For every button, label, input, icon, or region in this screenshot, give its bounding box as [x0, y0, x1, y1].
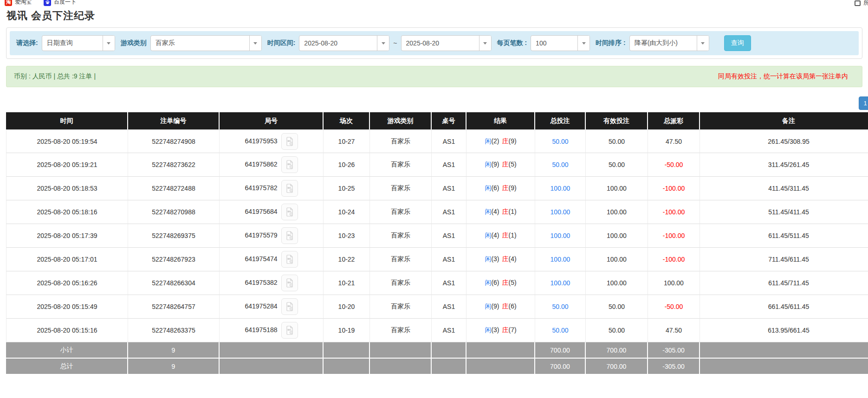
valid-bet: 100.00	[586, 248, 648, 271]
page-size-label: 每页笔数 :	[497, 39, 527, 47]
banker-score: (9)	[509, 184, 517, 192]
result-cell: 闲(6)庄(9)	[466, 177, 535, 200]
banker-label: 庄	[502, 231, 509, 239]
round-cell: 641975953	[220, 129, 324, 153]
bookmark-baidu[interactable]: 百度一下	[44, 0, 76, 6]
total-bet-link[interactable]: 100.00	[535, 248, 586, 271]
banker-label: 庄	[502, 279, 509, 286]
bet-time: 2025-08-20 05:15:49	[6, 295, 128, 319]
table-row: 2025-08-20 05:17:01 522748267923 6419754…	[6, 248, 868, 271]
banker-score: (9)	[509, 137, 517, 145]
all-bookmarks[interactable]: 所有	[855, 0, 868, 7]
valid-bet: 50.00	[586, 295, 648, 319]
total-bet-link[interactable]: 50.00	[535, 153, 586, 177]
banker-label: 庄	[502, 208, 509, 215]
total-bet-link[interactable]: 100.00	[535, 271, 586, 295]
video-icon[interactable]	[281, 156, 298, 173]
total-label: 总计	[6, 359, 128, 375]
search-button[interactable]: 查询	[724, 35, 751, 51]
valid-bet: 50.00	[586, 319, 648, 342]
result-cell: 闲(4)庄(1)	[466, 224, 535, 248]
video-icon[interactable]	[281, 275, 298, 291]
table-row: 2025-08-20 05:16:26 522748266304 6419753…	[6, 271, 868, 295]
note: 311.45/261.45	[700, 153, 868, 177]
total-bet-link[interactable]: 50.00	[535, 319, 586, 342]
player-label: 闲	[485, 208, 491, 215]
round-cell: 641975382	[220, 271, 324, 295]
player-label: 闲	[485, 326, 491, 334]
video-icon[interactable]	[281, 227, 298, 244]
video-icon[interactable]	[281, 251, 298, 268]
player-score: (9)	[491, 302, 499, 310]
total-bet-link[interactable]: 100.00	[535, 224, 586, 248]
payout: 100.00	[648, 271, 700, 295]
valid-bet: 100.00	[586, 177, 648, 200]
video-icon[interactable]	[281, 133, 298, 150]
subtotal-valid-bet: 700.00	[586, 342, 648, 359]
total-payout: -305.00	[648, 359, 700, 375]
table-id: AS1	[432, 271, 466, 295]
date-to-select[interactable]: 2025-08-20	[401, 35, 492, 51]
sort-select[interactable]: 降幂(由大到小)	[629, 35, 709, 51]
player-score: (3)	[491, 255, 499, 263]
payout: -100.00	[648, 224, 700, 248]
player-label: 闲	[485, 231, 491, 239]
query-type-label: 请选择:	[16, 39, 38, 47]
total-bet-link[interactable]: 50.00	[535, 295, 586, 319]
table-row: 2025-08-20 05:18:53 522748272488 6419757…	[6, 177, 868, 200]
page-1-button[interactable]: 1	[859, 96, 868, 110]
bet-number: 522748270988	[128, 200, 220, 224]
table-id: AS1	[432, 295, 466, 319]
table-id: AS1	[432, 248, 466, 271]
round-cell: 641975188	[220, 319, 324, 342]
table-row: 2025-08-20 05:15:16 522748263375 6419751…	[6, 319, 868, 342]
query-type-select[interactable]: 日期查询	[42, 35, 115, 51]
col-valid-bet: 有效投注	[586, 112, 648, 129]
player-score: (4)	[491, 208, 499, 215]
bet-time: 2025-08-20 05:19:54	[6, 129, 128, 153]
page-title: 视讯 会员下注纪录	[6, 9, 868, 23]
payout: 47.50	[648, 319, 700, 342]
payout: -100.00	[648, 200, 700, 224]
game-type: 百家乐	[370, 319, 432, 342]
game-type: 百家乐	[370, 224, 432, 248]
col-round-number: 局号	[220, 112, 324, 129]
total-count: 9	[128, 359, 220, 375]
video-icon[interactable]	[281, 298, 298, 315]
game-type: 百家乐	[370, 248, 432, 271]
total-bet-link[interactable]: 50.00	[535, 129, 586, 153]
col-note: 备注	[700, 112, 868, 129]
banker-score: (4)	[509, 255, 517, 263]
banker-label: 庄	[502, 326, 509, 334]
session: 10-24	[324, 200, 370, 224]
player-score: (2)	[491, 137, 499, 145]
total-bet-link[interactable]: 100.00	[535, 200, 586, 224]
banker-label: 庄	[502, 255, 509, 263]
table-row: 2025-08-20 05:19:54 522748274908 6419759…	[6, 129, 868, 153]
game-type-select[interactable]: 百家乐	[150, 35, 262, 51]
page-size-select[interactable]: 100	[531, 35, 590, 51]
total-bet-link[interactable]: 100.00	[535, 177, 586, 200]
round-number: 641975474	[245, 255, 277, 263]
table-id: AS1	[432, 153, 466, 177]
round-number: 641975953	[245, 137, 277, 144]
video-icon[interactable]	[281, 322, 298, 339]
valid-bet: 50.00	[586, 153, 648, 177]
session: 10-26	[324, 153, 370, 177]
col-result: 结果	[466, 112, 535, 129]
date-from-select[interactable]: 2025-08-20	[299, 35, 389, 51]
table-row: 2025-08-20 05:17:39 522748269375 6419755…	[6, 224, 868, 248]
table-row: 2025-08-20 05:15:49 522748264757 6419752…	[6, 295, 868, 319]
player-score: (4)	[491, 231, 499, 239]
session: 10-20	[324, 295, 370, 319]
round-cell: 641975474	[220, 248, 324, 271]
video-icon[interactable]	[281, 204, 298, 220]
round-cell: 641975684	[220, 200, 324, 224]
video-icon[interactable]	[281, 180, 298, 197]
game-type: 百家乐	[370, 153, 432, 177]
player-label: 闲	[485, 255, 491, 263]
note: 411.45/311.45	[700, 177, 868, 200]
bookmarks-bar: 淘 爱淘宝 百度一下 所有	[0, 0, 868, 7]
round-number: 641975284	[245, 302, 277, 310]
bookmark-taobao[interactable]: 淘 爱淘宝	[5, 0, 32, 6]
